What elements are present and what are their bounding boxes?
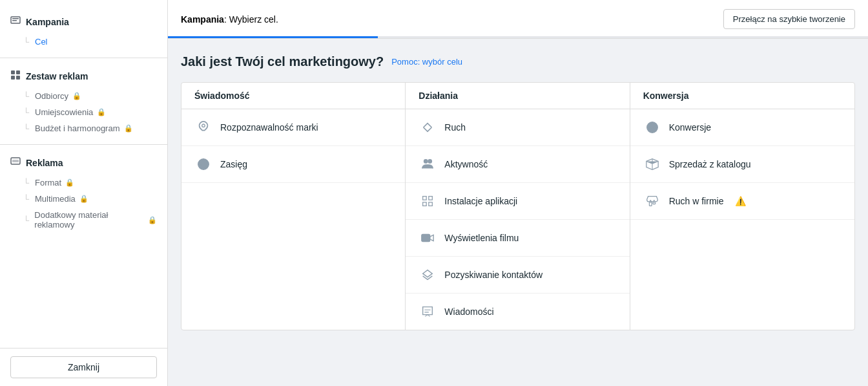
- sidebar-item-budzet[interactable]: └ Budżet i harmonogram 🔒: [0, 120, 167, 136]
- multimedia-lock-icon: 🔒: [79, 195, 88, 203]
- progress-bar-container: [168, 36, 868, 38]
- sidebar-multimedia-label: Multimedia: [35, 194, 76, 204]
- goals-table: Świadomość Działania Konwersja Rozpoznaw…: [181, 82, 855, 330]
- svg-rect-13: [422, 235, 430, 242]
- goal-wiadomosci-label: Wiadomości: [444, 306, 493, 317]
- goal-aktywnosc[interactable]: Aktywność: [406, 146, 629, 183]
- switch-button[interactable]: Przełącz na szybkie tworzenie: [723, 9, 855, 29]
- konwersja-empty: [630, 220, 854, 330]
- goal-sprzedaz-label: Sprzedaż z katalogu: [669, 159, 751, 169]
- dodatkowy-lock-icon: 🔒: [148, 216, 157, 224]
- svg-rect-16: [653, 202, 656, 204]
- svg-rect-5: [11, 76, 15, 80]
- brand-icon: [194, 118, 212, 136]
- goal-sprzedaz[interactable]: Sprzedaż z katalogu: [630, 146, 854, 183]
- kampania-icon: [10, 16, 21, 28]
- goal-instalacje-label: Instalacje aplikacji: [444, 196, 517, 206]
- goal-ruch-label: Ruch: [444, 122, 466, 133]
- section-body: Jaki jest Twój cel marketingowy? Pomoc: …: [168, 39, 868, 346]
- main-content: Kampania: Wybierz cel. Przełącz na szybk…: [168, 0, 868, 386]
- sidebar-item-umiejscowienia[interactable]: └ Umiejscowienia 🔒: [0, 104, 167, 120]
- goal-zasieg-label: Zasięg: [220, 159, 247, 169]
- catalog-icon: [643, 155, 661, 173]
- header-kampania-label: Kampania: [181, 14, 224, 25]
- sidebar-section-header-reklama: Reklama: [0, 151, 167, 175]
- sidebar-section-kampania: Kampania └ Cel: [0, 10, 167, 50]
- sidebar-odbiorcy-label: Odbiorcy: [35, 91, 68, 101]
- sidebar-cel-label: Cel: [35, 37, 48, 47]
- sidebar-item-multimedia[interactable]: └ Multimedia 🔒: [0, 191, 167, 207]
- goal-konwersje[interactable]: Konwersje: [630, 109, 854, 146]
- sidebar-item-odbiorcy[interactable]: └ Odbiorcy 🔒: [0, 88, 167, 104]
- reklama-icon: [10, 156, 21, 169]
- sidebar-reklama-label: Reklama: [26, 158, 63, 168]
- format-lock-icon: 🔒: [65, 178, 74, 187]
- goal-pozyskiwanie-label: Pozyskiwanie kontaktów: [444, 270, 542, 280]
- svg-rect-4: [16, 70, 20, 74]
- goal-konwersje-label: Konwersje: [669, 122, 711, 133]
- conversions-icon: [643, 118, 661, 136]
- goal-wyswietlenia[interactable]: Wyświetlenia filmu: [406, 220, 629, 257]
- goal-rozpoznawalnosc[interactable]: Rozpoznawalność marki: [181, 109, 405, 146]
- budzet-lock-icon: 🔒: [124, 124, 133, 133]
- question-text: Jaki jest Twój cel marketingowy?: [181, 54, 384, 69]
- goal-instalacje[interactable]: Instalacje aplikacji: [406, 183, 629, 220]
- sidebar: Kampania └ Cel Zestaw reklam └ Odbiorcy …: [0, 0, 168, 386]
- swiadomosc-empty: [181, 183, 405, 330]
- odbiorcy-lock-icon: 🔒: [72, 92, 81, 100]
- svg-point-9: [202, 124, 205, 127]
- sidebar-section-reklama: Reklama └ Format 🔒 └ Multimedia 🔒 └ Doda…: [0, 151, 167, 233]
- svg-point-12: [428, 160, 432, 164]
- goal-ruch-firmie[interactable]: Ruch w firmie ⚠️: [630, 183, 854, 220]
- sidebar-footer: Zamknij: [0, 348, 167, 386]
- store-icon: [643, 192, 661, 210]
- svg-rect-6: [16, 76, 20, 80]
- header-dzialania: Działania: [406, 83, 630, 109]
- sidebar-section-zestaw: Zestaw reklam └ Odbiorcy 🔒 └ Umiejscowie…: [0, 65, 167, 136]
- goal-wiadomosci[interactable]: Wiadomości: [406, 294, 629, 330]
- sidebar-zestaw-label: Zestaw reklam: [26, 71, 88, 81]
- svg-rect-15: [649, 202, 652, 206]
- header-subtitle: Wybierz cel.: [229, 14, 278, 25]
- divider-1: [0, 58, 167, 58]
- activity-icon: [418, 155, 437, 173]
- messages-icon: [418, 303, 437, 321]
- svg-rect-1: [12, 18, 19, 19]
- help-link[interactable]: Pomoc: wybór celu: [391, 57, 462, 67]
- goal-wyswietlenia-label: Wyświetlenia filmu: [444, 233, 519, 243]
- sidebar-item-cel[interactable]: └ Cel: [0, 34, 167, 50]
- close-button[interactable]: Zamknij: [10, 356, 157, 378]
- sidebar-item-dodatkowy[interactable]: └ Dodatkowy materiał reklamowy 🔒: [0, 207, 167, 233]
- header-konwersja: Konwersja: [630, 83, 854, 109]
- section-question: Jaki jest Twój cel marketingowy? Pomoc: …: [181, 54, 855, 69]
- sidebar-content: Kampania └ Cel Zestaw reklam └ Odbiorcy …: [0, 0, 167, 348]
- progress-bar-fill: [168, 36, 378, 38]
- sidebar-section-header-zestaw: Zestaw reklam: [0, 65, 167, 88]
- sidebar-item-format[interactable]: └ Format 🔒: [0, 175, 167, 191]
- app-install-icon: [418, 192, 437, 210]
- svg-rect-8: [12, 160, 19, 162]
- sidebar-dodatkowy-label: Dodatkowy materiał reklamowy: [34, 210, 144, 230]
- traffic-icon: [418, 118, 437, 136]
- sidebar-kampania-label: Kampania: [26, 17, 69, 27]
- sidebar-format-label: Format: [35, 178, 61, 188]
- goals-body: Rozpoznawalność marki Zasięg: [181, 109, 854, 330]
- sidebar-budzet-label: Budżet i harmonogram: [35, 123, 120, 133]
- header-swiadomosc: Świadomość: [181, 83, 406, 109]
- divider-2: [0, 144, 167, 145]
- zestaw-icon: [10, 70, 21, 83]
- svg-rect-3: [11, 70, 15, 74]
- warning-icon: ⚠️: [735, 196, 746, 206]
- umiejscowienia-lock-icon: 🔒: [97, 108, 106, 116]
- goals-col-dzialania: Ruch Aktywność Instalacje aplikacji: [406, 109, 630, 330]
- sidebar-umiejscowienia-label: Umiejscowienia: [35, 107, 93, 117]
- goal-pozyskiwanie[interactable]: Pozyskiwanie kontaktów: [406, 257, 629, 294]
- goal-ruch-firmie-label: Ruch w firmie: [669, 196, 724, 206]
- svg-rect-2: [12, 20, 17, 21]
- goals-header: Świadomość Działania Konwersja: [181, 83, 854, 109]
- goal-ruch[interactable]: Ruch: [406, 109, 629, 146]
- goal-zasieg[interactable]: Zasięg: [181, 146, 405, 183]
- sidebar-section-header-kampania: Kampania: [0, 10, 167, 34]
- leads-icon: [418, 266, 437, 284]
- header-title: Kampania: Wybierz cel.: [181, 14, 278, 25]
